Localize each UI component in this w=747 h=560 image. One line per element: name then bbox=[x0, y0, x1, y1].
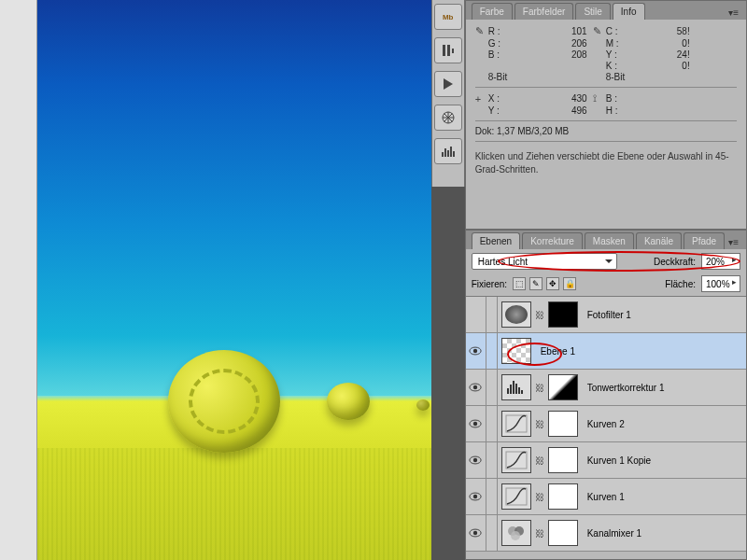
layers-panel: Ebenen Korrekture Masken Kanäle Pfade ▾≡… bbox=[465, 230, 747, 560]
svg-rect-0 bbox=[443, 45, 445, 56]
info-x-value: 430 bbox=[541, 93, 593, 104]
app-gutter bbox=[0, 0, 37, 560]
histogram-button[interactable] bbox=[434, 138, 462, 164]
actions-button[interactable] bbox=[434, 71, 462, 97]
info-g-value: 206 bbox=[541, 38, 593, 49]
blend-mode-select[interactable]: Hartes Licht bbox=[472, 253, 617, 270]
visibility-toggle[interactable] bbox=[466, 442, 486, 478]
layer-name[interactable]: Ebene 1 bbox=[535, 346, 575, 357]
hay-bale bbox=[416, 399, 430, 411]
info-y-pos-value: 496 bbox=[541, 105, 593, 116]
info-r-value: 101 bbox=[541, 26, 593, 36]
panel-menu-icon[interactable]: ▾≡ bbox=[726, 235, 740, 249]
hay-bale bbox=[327, 383, 370, 420]
lock-pixels-icon[interactable]: ✎ bbox=[529, 277, 543, 290]
layer-name[interactable]: Fotofilter 1 bbox=[582, 310, 631, 320]
visibility-toggle[interactable] bbox=[466, 297, 486, 332]
document-canvas[interactable] bbox=[37, 0, 431, 560]
tab-stile[interactable]: Stile bbox=[575, 3, 610, 20]
mask-thumb[interactable] bbox=[548, 374, 578, 400]
svg-rect-17 bbox=[515, 384, 517, 394]
hay-bale bbox=[168, 350, 280, 453]
layer-list[interactable]: ⛓Fotofilter 1Ebene 1⛓Tonwertkorrektur 1⛓… bbox=[466, 297, 746, 552]
mask-thumb[interactable] bbox=[548, 483, 578, 510]
opacity-input[interactable]: 20% bbox=[701, 253, 740, 270]
layer-name[interactable]: Tonwertkorrektur 1 bbox=[582, 383, 665, 393]
info-m-value: 0! bbox=[658, 38, 696, 49]
tab-farbfelder[interactable]: Farbfelder bbox=[514, 3, 574, 20]
layer-row[interactable]: ⛓Kurven 1 Kopie bbox=[466, 442, 746, 479]
visibility-toggle[interactable] bbox=[466, 406, 486, 441]
layer-name[interactable]: Kanalmixer 1 bbox=[582, 528, 641, 539]
link-icon[interactable]: ⛓ bbox=[535, 520, 544, 546]
tab-info[interactable]: Info bbox=[613, 3, 645, 20]
layer-row[interactable]: ⛓Kurven 2 bbox=[466, 406, 746, 442]
visibility-toggle[interactable] bbox=[466, 479, 486, 514]
layer-name[interactable]: Kurven 1 Kopie bbox=[582, 455, 651, 466]
opacity-label: Deckkraft: bbox=[654, 257, 696, 267]
minibridge-button[interactable]: Mb bbox=[434, 4, 462, 30]
svg-rect-7 bbox=[447, 150, 449, 157]
info-hint-text: Klicken und Ziehen verschiebt die Ebene … bbox=[475, 147, 737, 175]
link-column bbox=[486, 406, 498, 441]
info-tabs: Farbe Farbfelder Stile Info ▾≡ bbox=[466, 1, 746, 20]
tab-korrekturen[interactable]: Korrekture bbox=[522, 232, 583, 249]
layer-row[interactable]: ⛓Fotofilter 1 bbox=[466, 297, 746, 333]
visibility-toggle[interactable] bbox=[466, 333, 486, 369]
layer-name[interactable]: Kurven 1 bbox=[582, 492, 625, 502]
lock-position-icon[interactable]: ✥ bbox=[546, 277, 559, 290]
info-c-value: 58! bbox=[658, 26, 696, 36]
curves-icon[interactable] bbox=[501, 411, 531, 437]
link-icon[interactable]: ⛓ bbox=[535, 447, 544, 473]
layer-thumb[interactable] bbox=[501, 338, 531, 364]
info-bitdepth: 8-Bit bbox=[488, 72, 593, 82]
adjustment-icon[interactable] bbox=[501, 301, 531, 328]
panel-menu-icon[interactable]: ▾≡ bbox=[726, 6, 740, 20]
link-icon[interactable]: ⛓ bbox=[535, 301, 544, 328]
svg-marker-3 bbox=[444, 78, 453, 90]
info-bitdepth: 8-Bit bbox=[606, 72, 696, 82]
layer-row[interactable]: ⛓Kurven 1 bbox=[466, 479, 746, 515]
tab-kanaele[interactable]: Kanäle bbox=[636, 232, 682, 249]
levels-icon[interactable] bbox=[501, 374, 531, 400]
info-docsize: Dok: 1,37 MB/3,20 MB bbox=[475, 126, 737, 136]
mask-thumb[interactable] bbox=[548, 411, 578, 437]
layer-name[interactable]: Kurven 2 bbox=[582, 419, 625, 429]
svg-rect-1 bbox=[447, 45, 450, 56]
fill-input[interactable]: 100% bbox=[701, 275, 740, 292]
curves-icon[interactable] bbox=[501, 447, 531, 473]
info-b-value: 208 bbox=[541, 49, 593, 60]
visibility-toggle[interactable] bbox=[466, 370, 486, 405]
curves-icon[interactable] bbox=[501, 483, 531, 510]
svg-rect-15 bbox=[510, 385, 512, 394]
channel-mixer-icon[interactable] bbox=[501, 520, 531, 546]
lock-all-icon[interactable]: 🔒 bbox=[563, 277, 576, 290]
link-column bbox=[486, 515, 498, 551]
link-icon[interactable]: ⛓ bbox=[535, 411, 544, 437]
fill-label: Fläche: bbox=[665, 279, 696, 289]
vertical-toolstrip: Mb bbox=[431, 0, 465, 187]
link-icon[interactable]: ⛓ bbox=[535, 374, 544, 400]
history-button[interactable] bbox=[434, 37, 462, 63]
layer-row[interactable]: ⛓Kanalmixer 1 bbox=[466, 515, 746, 552]
lock-transparency-icon[interactable]: ⬚ bbox=[513, 277, 526, 290]
link-icon[interactable]: ⛓ bbox=[535, 483, 544, 510]
info-panel: Farbe Farbfelder Stile Info ▾≡ ✎R :101 ✎… bbox=[465, 0, 747, 230]
tab-masken[interactable]: Masken bbox=[585, 232, 634, 249]
tab-farbe[interactable]: Farbe bbox=[472, 3, 513, 20]
visibility-toggle[interactable] bbox=[466, 515, 486, 551]
layer-row[interactable]: Ebene 1 bbox=[466, 333, 746, 370]
mask-thumb[interactable] bbox=[548, 447, 578, 473]
svg-rect-16 bbox=[513, 381, 514, 394]
svg-rect-9 bbox=[453, 151, 455, 157]
info-k-value: 0! bbox=[658, 61, 696, 71]
layer-row[interactable]: ⛓Tonwertkorrektur 1 bbox=[466, 370, 746, 406]
navigator-button[interactable] bbox=[434, 105, 462, 131]
tab-ebenen[interactable]: Ebenen bbox=[472, 232, 520, 249]
link-column bbox=[486, 333, 498, 369]
svg-rect-2 bbox=[452, 49, 454, 53]
mask-thumb[interactable] bbox=[548, 301, 578, 328]
layers-tabs: Ebenen Korrekture Masken Kanäle Pfade ▾≡ bbox=[466, 231, 746, 249]
mask-thumb[interactable] bbox=[548, 520, 578, 546]
tab-pfade[interactable]: Pfade bbox=[684, 232, 725, 249]
